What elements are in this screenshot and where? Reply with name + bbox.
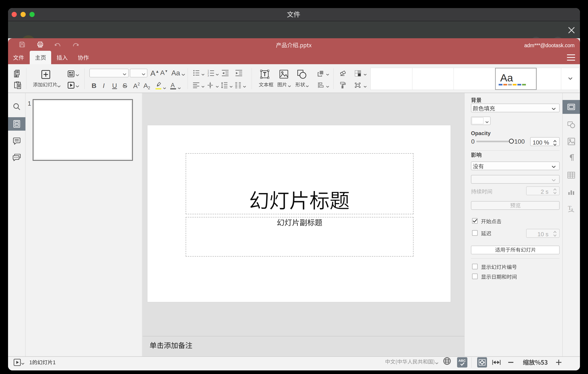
svg-text:3: 3	[208, 74, 209, 77]
svg-text:A: A	[171, 82, 175, 88]
svg-text:ABC: ABC	[458, 359, 466, 362]
svg-text:a: a	[571, 207, 573, 212]
